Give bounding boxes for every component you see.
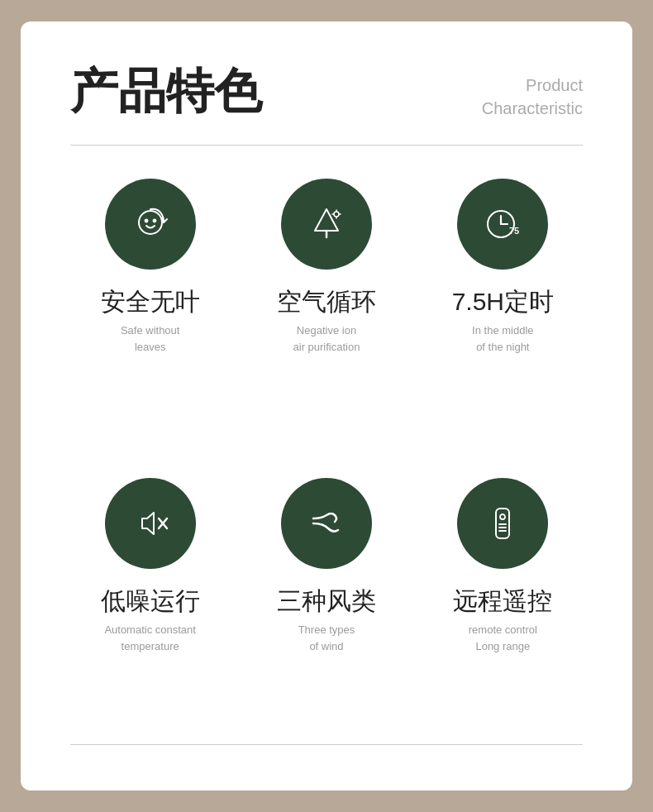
- low-noise-icon-bg: [105, 478, 196, 569]
- wind-types-name-zh: 三种风类: [277, 589, 376, 614]
- air-circulation-name-zh: 空气循环: [277, 289, 376, 314]
- safe-bladeless-icon-bg: [105, 179, 196, 270]
- feature-wind-types: 三种风类 Three types of wind: [246, 478, 406, 744]
- low-noise-name-zh: 低噪运行: [101, 589, 200, 614]
- title-chinese: 产品特色: [70, 67, 262, 115]
- svg-point-5: [334, 212, 339, 217]
- svg-point-1: [145, 220, 147, 222]
- remote-icon: [479, 500, 526, 547]
- timer-name-en: In the middle of the night: [472, 322, 533, 355]
- top-divider: [70, 145, 583, 146]
- tree-icon: [303, 201, 350, 247]
- remote-control-name-en: remote control Long range: [469, 622, 537, 654]
- title-english: Product Characteristic: [482, 74, 583, 120]
- features-grid: 安全无叶 Safe without leaves: [70, 179, 583, 744]
- baby-icon: [127, 201, 174, 247]
- timer-name-zh: 7.5H定时: [452, 289, 554, 314]
- clock-icon: 75: [479, 201, 526, 247]
- svg-marker-14: [142, 513, 154, 534]
- feature-low-noise: 低噪运行 Automatic constant temperature: [70, 478, 230, 744]
- feature-safe-bladeless: 安全无叶 Safe without leaves: [70, 179, 230, 445]
- wind-icon: [303, 500, 350, 547]
- air-circulation-icon-bg: [281, 179, 372, 270]
- mute-icon: [127, 500, 174, 547]
- wind-types-icon-bg: [281, 478, 372, 569]
- remote-control-name-zh: 远程遥控: [453, 589, 552, 614]
- svg-point-2: [153, 220, 155, 222]
- wind-types-name-en: Three types of wind: [298, 622, 355, 654]
- product-card: 产品特色 Product Characteristic: [21, 21, 632, 791]
- svg-rect-17: [496, 509, 509, 538]
- safe-bladeless-name-en: Safe without leaves: [121, 322, 180, 355]
- svg-text:75: 75: [509, 226, 519, 236]
- feature-remote-control: 远程遥控 remote control Long range: [423, 478, 583, 744]
- feature-air-circulation: 空气循环 Negative ion air purification: [246, 179, 406, 445]
- bottom-divider: [70, 744, 583, 745]
- svg-point-18: [500, 514, 505, 519]
- air-circulation-name-en: Negative ion air purification: [293, 322, 360, 355]
- svg-point-0: [139, 211, 162, 234]
- feature-timer: 75 7.5H定时 In the middle of the night: [423, 179, 583, 445]
- safe-bladeless-name-zh: 安全无叶: [101, 289, 200, 314]
- timer-icon-bg: 75: [457, 179, 548, 270]
- header: 产品特色 Product Characteristic: [70, 67, 583, 120]
- low-noise-name-en: Automatic constant temperature: [104, 622, 196, 654]
- remote-control-icon-bg: [457, 478, 548, 569]
